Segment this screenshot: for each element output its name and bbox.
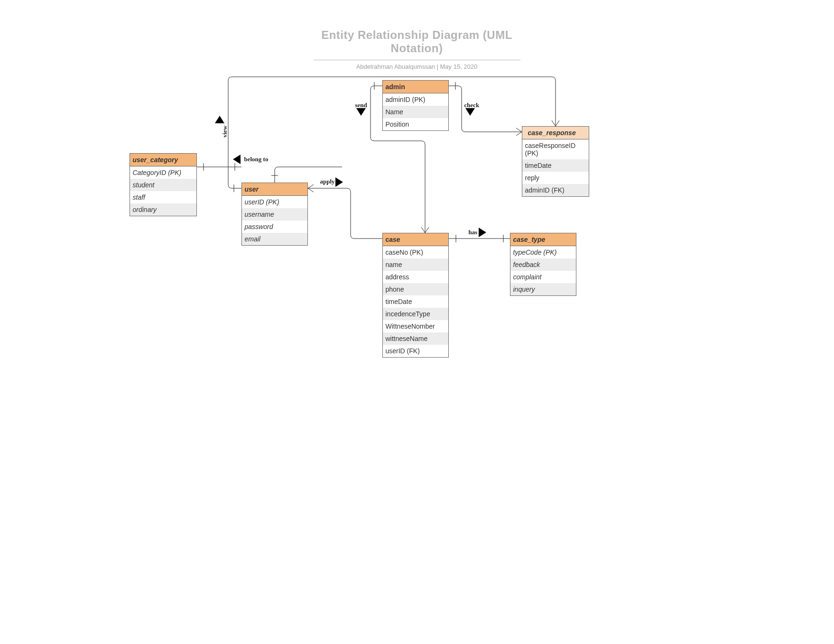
arrow-belong-to-icon	[233, 155, 241, 164]
label-view: view	[221, 126, 229, 138]
arrow-has-icon	[479, 228, 486, 237]
connector-layer	[124, 0, 711, 453]
arrow-check-icon	[465, 108, 475, 116]
arrow-apply-icon	[335, 177, 343, 187]
label-belong-to: belong to	[244, 156, 269, 163]
label-apply: apply	[320, 178, 335, 185]
arrow-send-icon	[356, 108, 366, 116]
arrow-view-icon	[215, 116, 224, 123]
label-has: has	[469, 229, 478, 236]
erd-canvas: Entity Relationship Diagram (UML Notatio…	[124, 0, 711, 453]
